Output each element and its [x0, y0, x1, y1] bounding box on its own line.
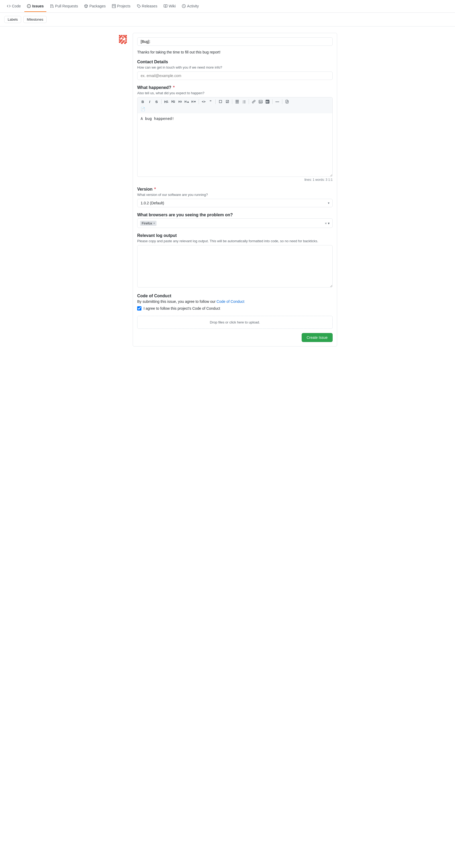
toolbar-divider-3	[215, 99, 216, 104]
version-section: Version * What version of our software a…	[137, 187, 333, 207]
version-select-wrapper: 1.0.2 (Default) 1.0.1 1.0.0 ▾	[137, 199, 333, 207]
nav-releases[interactable]: Releases	[134, 1, 160, 12]
packages-icon	[84, 4, 88, 8]
intro-text: Thanks for taking the time to fill out t…	[137, 50, 333, 54]
table-button[interactable]	[264, 98, 271, 105]
h4-button[interactable]: H▲	[184, 98, 190, 105]
ul-button[interactable]: ☰	[234, 98, 240, 105]
cod-link[interactable]: Code of Conduct	[217, 300, 244, 304]
nav-activity[interactable]: Activity	[179, 1, 201, 12]
firefox-tag-remove[interactable]: ×	[153, 222, 155, 225]
sub-nav: Labels Milestones	[0, 13, 455, 27]
quote-button[interactable]: "	[207, 98, 214, 105]
browsers-label: What browsers are you seeing the problem…	[137, 213, 333, 217]
intro-section: Thanks for taking the time to fill out t…	[137, 50, 333, 54]
svg-rect-8	[119, 37, 121, 39]
svg-rect-20	[124, 42, 126, 44]
svg-rect-13	[125, 39, 127, 41]
editor-stats: lines: 1 words: 3 1:1	[137, 178, 333, 182]
link-button[interactable]	[250, 98, 257, 105]
code-button[interactable]: <>	[201, 98, 207, 105]
nav-pull-requests[interactable]: Pull Requests	[48, 1, 81, 12]
nav-issues[interactable]: Issues	[24, 1, 47, 12]
log-textarea[interactable]	[137, 245, 333, 287]
svg-rect-10	[125, 37, 127, 39]
code-of-conduct-section: Code of Conduct By submitting this issue…	[137, 293, 333, 311]
cod-checkbox-row: I agree to follow this project's Code of…	[137, 306, 333, 311]
labels-button[interactable]: Labels	[4, 16, 21, 23]
clear-x: ×	[325, 221, 327, 225]
hr-button[interactable]: —	[274, 98, 280, 105]
nav-code[interactable]: Code	[4, 1, 23, 12]
top-nav: Code Issues Pull Requests Packages Proje…	[0, 0, 455, 13]
checkbox-done-button[interactable]: ☑	[224, 98, 231, 105]
editor-toolbar: B I S H1 H2 H3 H▲ H▼ <> " ☐ ☑ ☰	[137, 97, 333, 113]
svg-rect-9	[122, 37, 124, 39]
nav-projects[interactable]: Projects	[110, 1, 133, 12]
nav-pr-label: Pull Requests	[55, 4, 78, 8]
cod-checkbox-label[interactable]: I agree to follow this project's Code of…	[144, 306, 220, 311]
firefox-tag: Firefox ×	[140, 221, 156, 226]
nav-packages[interactable]: Packages	[82, 1, 108, 12]
contact-section: Contact Details How can we get in touch …	[137, 60, 333, 80]
log-label: Relevant log output	[137, 233, 333, 238]
nav-wiki[interactable]: Wiki	[161, 1, 178, 12]
strikethrough-button[interactable]: S	[153, 98, 160, 105]
cod-text: By submitting this issue, you agree to f…	[137, 300, 333, 304]
checkbox-empty-button[interactable]: ☐	[217, 98, 223, 105]
file-drop-zone[interactable]: Drop files or click here to upload.	[137, 316, 333, 329]
nav-code-label: Code	[12, 4, 21, 8]
pr-icon	[50, 4, 54, 8]
cod-label: Code of Conduct	[137, 293, 333, 298]
activity-icon	[182, 4, 186, 8]
svg-rect-16	[119, 41, 121, 43]
attach-file-button[interactable]	[284, 98, 290, 105]
issue-title-input[interactable]	[137, 37, 333, 46]
toolbar-divider-5	[249, 99, 249, 104]
italic-button[interactable]: I	[147, 98, 153, 105]
bold-button[interactable]: B	[140, 98, 146, 105]
file-attach-button[interactable]: 📄	[140, 106, 146, 112]
contact-sublabel: How can we get in touch with you if we n…	[137, 65, 333, 69]
toolbar-divider-7	[282, 99, 282, 104]
contact-label: Contact Details	[137, 60, 333, 64]
avatar-image	[118, 34, 128, 44]
h5-button[interactable]: H▼	[191, 98, 197, 105]
firefox-tag-label: Firefox	[142, 221, 152, 225]
nav-activity-label: Activity	[187, 4, 199, 8]
h2-button[interactable]: H2	[170, 98, 176, 105]
avatar	[118, 34, 128, 44]
what-happened-sublabel: Also tell us, what did you expect to hap…	[137, 91, 333, 95]
browsers-section: What browsers are you seeing the problem…	[137, 213, 333, 228]
what-happened-label: What happened? *	[137, 85, 333, 90]
svg-rect-19	[121, 42, 123, 44]
nav-releases-label: Releases	[142, 4, 157, 8]
cod-checkbox[interactable]	[137, 306, 142, 311]
toolbar-divider-6	[272, 99, 273, 104]
wiki-icon	[164, 4, 168, 8]
version-required-star: *	[153, 187, 156, 191]
nav-projects-label: Projects	[117, 4, 130, 8]
version-select[interactable]: 1.0.2 (Default) 1.0.1 1.0.0	[137, 199, 333, 207]
contact-input[interactable]	[137, 71, 333, 80]
h1-button[interactable]: H1	[163, 98, 170, 105]
main-content: Thanks for taking the time to fill out t…	[114, 33, 341, 346]
releases-icon	[137, 4, 141, 8]
image-button[interactable]	[257, 98, 264, 105]
toolbar-divider-4	[232, 99, 232, 104]
what-happened-textarea[interactable]: A bug happened!	[137, 113, 333, 177]
issues-icon	[27, 4, 31, 8]
what-happened-section: What happened? * Also tell us, what did …	[137, 85, 333, 182]
milestones-button[interactable]: Milestones	[23, 16, 47, 23]
tags-clear[interactable]: × ▾	[325, 221, 330, 225]
ol-button[interactable]	[241, 98, 247, 105]
h3-button[interactable]: H3	[177, 98, 183, 105]
browsers-tags-input[interactable]: Firefox × × ▾	[137, 218, 333, 228]
create-issue-button[interactable]: Create Issue	[302, 333, 333, 342]
log-sublabel: Please copy and paste any relevant log o…	[137, 239, 333, 243]
version-sublabel: What version of our software are you run…	[137, 193, 333, 197]
log-output-section: Relevant log output Please copy and past…	[137, 233, 333, 288]
code-icon	[7, 4, 10, 8]
version-label: Version *	[137, 187, 333, 192]
clear-arrow: ▾	[328, 221, 330, 225]
